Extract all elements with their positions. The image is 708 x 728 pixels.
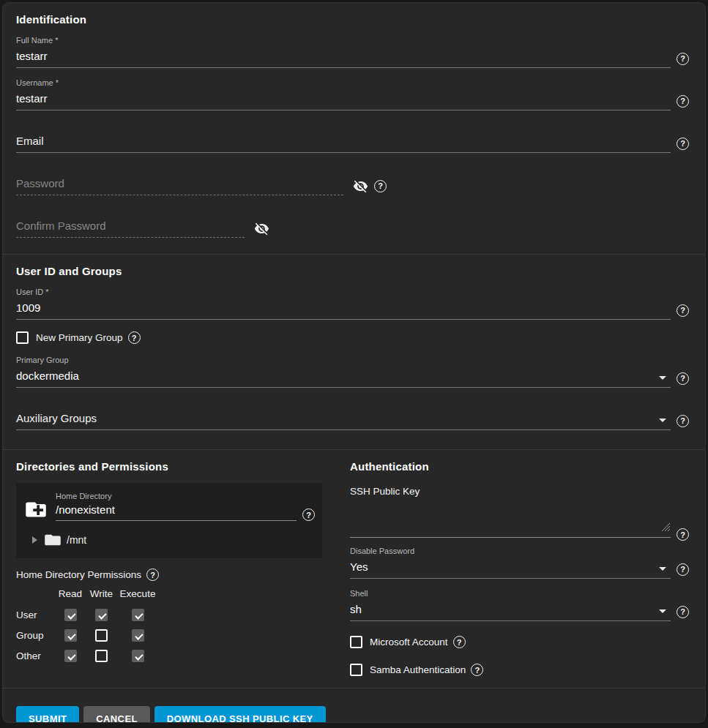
email-input[interactable]: Email <box>16 134 671 153</box>
auxiliary-groups-help-icon[interactable] <box>677 415 689 427</box>
perm-group-execute-checkbox[interactable] <box>132 629 144 642</box>
email-placeholder: Email <box>16 135 44 147</box>
home-directory-help-icon[interactable] <box>302 509 315 521</box>
create-folder-icon[interactable] <box>25 500 47 522</box>
tree-expand-arrow-icon[interactable] <box>32 536 37 544</box>
samba-authentication-help-icon[interactable] <box>471 664 483 676</box>
new-primary-group-row: New Primary Group <box>16 331 689 344</box>
microsoft-account-label: Microsoft Account <box>370 637 448 648</box>
email-help-icon[interactable] <box>677 138 689 150</box>
password-field: Password <box>16 163 689 195</box>
perm-row-user-label: User <box>16 609 55 620</box>
samba-authentication-row: Samba Authentication <box>350 664 689 676</box>
perm-user-execute-checkbox[interactable] <box>132 609 144 621</box>
full-name-help-icon[interactable] <box>677 53 689 65</box>
full-name-label: Full Name * <box>16 36 689 45</box>
download-ssh-public-key-button[interactable]: DOWNLOAD SSH PUBLIC KEY <box>154 706 326 723</box>
shell-select[interactable]: sh <box>350 602 671 621</box>
permissions-help-icon[interactable] <box>146 568 159 581</box>
disable-password-help-icon[interactable] <box>677 563 689 576</box>
home-directory-panel: Home Directory /nonexistent <box>16 483 322 558</box>
form-footer: SUBMIT CANCEL DOWNLOAD SSH PUBLIC KEY <box>3 688 705 723</box>
perm-col-read: Read <box>55 588 86 601</box>
username-label: Username * <box>16 78 689 88</box>
disable-password-select[interactable]: Yes <box>350 560 671 579</box>
perm-col-execute: Execute <box>117 588 158 601</box>
user-id-input[interactable]: 1009 <box>16 301 671 320</box>
disable-password-label: Disable Password <box>350 547 689 556</box>
submit-button[interactable]: SUBMIT <box>16 706 79 723</box>
primary-group-value: dockermedia <box>16 369 79 382</box>
password-input: Password <box>16 176 343 195</box>
section-directories-authentication: Directories and Permissions Home Directo… <box>3 449 705 688</box>
perm-group-read-checkbox[interactable] <box>64 629 77 642</box>
confirm-password-placeholder: Confirm Password <box>16 219 106 232</box>
microsoft-account-row: Microsoft Account <box>350 636 689 648</box>
microsoft-account-checkbox[interactable] <box>350 636 362 648</box>
samba-authentication-checkbox[interactable] <box>350 664 362 676</box>
shell-field: Shell sh <box>350 589 689 621</box>
username-field: Username * testarr <box>16 78 689 110</box>
new-primary-group-label: New Primary Group <box>36 332 123 343</box>
user-id-field: User ID * 1009 <box>16 288 689 320</box>
auxiliary-groups-placeholder: Auxiliary Groups <box>16 412 97 424</box>
perm-other-read-checkbox[interactable] <box>64 650 77 662</box>
username-value: testarr <box>16 92 48 105</box>
confirm-password-field: Confirm Password <box>16 206 689 238</box>
full-name-value: testarr <box>16 50 48 62</box>
primary-group-select[interactable]: dockermedia <box>16 369 671 388</box>
username-input[interactable]: testarr <box>16 91 671 110</box>
perm-col-write: Write <box>86 588 117 601</box>
directories-title: Directories and Permissions <box>16 460 322 473</box>
user-id-value: 1009 <box>16 301 40 314</box>
tree-item-label: /mnt <box>67 534 86 546</box>
disable-password-dropdown-arrow-icon <box>659 567 666 571</box>
perm-other-write-checkbox[interactable] <box>95 650 108 662</box>
password-visibility-off-icon[interactable] <box>353 179 368 194</box>
auxiliary-groups-dropdown-arrow-icon <box>659 419 666 422</box>
full-name-input[interactable]: testarr <box>16 49 671 68</box>
shell-help-icon[interactable] <box>677 606 689 618</box>
shell-value: sh <box>350 603 362 615</box>
new-primary-group-help-icon[interactable] <box>128 331 141 344</box>
primary-group-help-icon[interactable] <box>677 372 689 385</box>
section-identification: Identification Full Name * testarr Usern… <box>3 3 705 254</box>
permissions-label: Home Directory Permissions <box>16 569 141 580</box>
permissions-title-row: Home Directory Permissions <box>16 568 322 581</box>
perm-user-write-checkbox[interactable] <box>95 609 108 621</box>
samba-authentication-label: Samba Authentication <box>370 664 466 675</box>
user-id-help-icon[interactable] <box>677 304 689 317</box>
authentication-title: Authentication <box>350 460 689 473</box>
tree-item-mnt[interactable]: /mnt <box>32 533 315 547</box>
username-help-icon[interactable] <box>677 95 689 108</box>
perm-user-read-checkbox[interactable] <box>64 609 77 621</box>
disable-password-value: Yes <box>350 560 368 573</box>
new-primary-group-checkbox[interactable] <box>16 331 29 344</box>
email-field: Email <box>16 121 689 153</box>
confirm-password-input: Confirm Password <box>16 219 245 238</box>
primary-group-field: Primary Group dockermedia <box>16 356 689 388</box>
cancel-button[interactable]: CANCEL <box>83 706 150 723</box>
ssh-public-key-help-icon[interactable] <box>677 528 689 541</box>
authentication-column: Authentication SSH Public Key Disable Pa… <box>350 460 689 676</box>
perm-other-execute-checkbox[interactable] <box>132 650 144 662</box>
password-help-icon[interactable] <box>374 180 387 192</box>
section-user-id-groups: User ID and Groups User ID * 1009 New Pr… <box>3 254 705 449</box>
ssh-public-key-textarea[interactable] <box>350 497 671 538</box>
auxiliary-groups-select[interactable]: Auxiliary Groups <box>16 411 671 430</box>
groups-title: User ID and Groups <box>16 265 689 277</box>
perm-group-write-checkbox[interactable] <box>95 629 108 642</box>
user-form-card: Identification Full Name * testarr Usern… <box>2 2 706 723</box>
primary-group-dropdown-arrow-icon <box>659 376 666 380</box>
microsoft-account-help-icon[interactable] <box>453 636 466 648</box>
resize-handle-icon[interactable] <box>661 522 671 535</box>
home-directory-field: Home Directory /nonexistent <box>56 492 315 521</box>
confirm-password-visibility-off-icon[interactable] <box>254 221 269 236</box>
folder-icon <box>45 533 61 547</box>
shell-dropdown-arrow-icon <box>659 609 666 613</box>
user-id-label: User ID * <box>16 288 689 297</box>
home-directory-input[interactable]: /nonexistent <box>56 503 297 521</box>
auxiliary-groups-field: Auxiliary Groups <box>16 398 689 430</box>
ssh-public-key-label: SSH Public Key <box>350 486 689 497</box>
perm-row-group-label: Group <box>16 630 55 641</box>
